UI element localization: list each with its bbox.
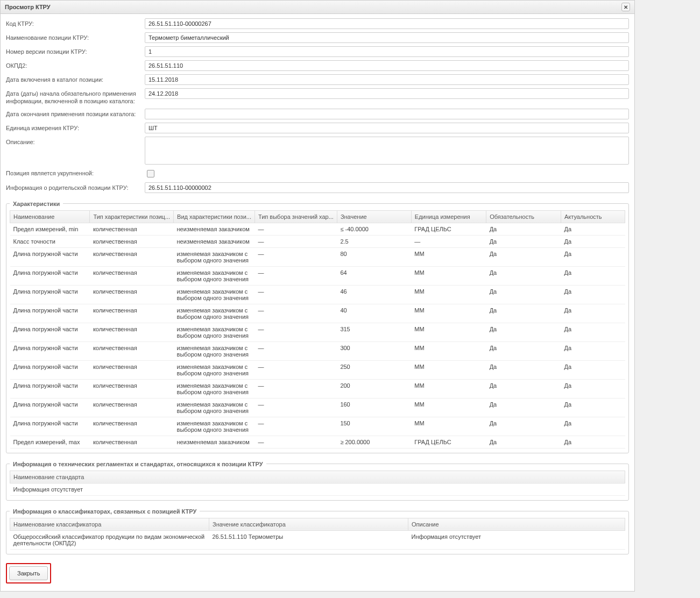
table-cell: 64 (337, 266, 411, 285)
table-cell: ММ (411, 360, 486, 379)
table-cell: 160 (337, 398, 411, 417)
table-row[interactable]: Предел измерений, maxколичественнаянеизм… (10, 436, 625, 448)
close-icon[interactable]: ✕ (621, 3, 630, 11)
table-cell: — (254, 223, 337, 235)
table-cell: количественная (90, 235, 174, 247)
table-cell: Длина погружной части (10, 417, 90, 436)
label-name: Наименование позиции КТРУ: (6, 32, 145, 42)
table-cell: Предел измерений, min (10, 223, 90, 235)
table-cell: Да (486, 235, 561, 247)
table-cell: изменяемая заказчиком с выбором одного з… (174, 304, 255, 323)
table-cell: изменяемая заказчиком с выбором одного з… (174, 398, 255, 417)
table-cell: Длина погружной части (10, 379, 90, 398)
table-cell: Да (486, 436, 561, 448)
field-unit[interactable]: ШТ (145, 123, 629, 133)
table-cell: ММ (411, 341, 486, 360)
char-header[interactable]: Значение (337, 210, 411, 223)
label-unit: Единица измерения КТРУ: (6, 123, 145, 132)
field-name[interactable]: Термометр биметаллический (145, 32, 629, 43)
table-cell: количественная (90, 285, 174, 304)
char-header[interactable]: Тип характеристики позиц... (90, 210, 174, 223)
standards-empty: Информация отсутствует (10, 483, 625, 495)
table-row[interactable]: Класс точностиколичественнаянеизменяемая… (10, 235, 625, 247)
char-header[interactable]: Актуальность (561, 210, 625, 223)
field-code[interactable]: 26.51.51.110-00000267 (145, 18, 629, 29)
field-okpd2[interactable]: 26.51.51.110 (145, 60, 629, 71)
table-cell: Да (561, 304, 625, 323)
label-include-date: Дата включения в каталог позиции: (6, 74, 145, 84)
table-row[interactable]: Длина погружной частиколичественнаяизмен… (10, 285, 625, 304)
field-end-date[interactable] (145, 109, 629, 119)
table-cell: Информация отсутствует (408, 530, 625, 549)
char-header[interactable]: Обязательность (486, 210, 561, 223)
table-cell: количественная (90, 436, 174, 448)
table-cell: Да (486, 266, 561, 285)
field-parent[interactable]: 26.51.51.110-00000002 (145, 182, 629, 193)
table-cell: количественная (90, 247, 174, 266)
table-characteristics: НаименованиеТип характеристики позиц...В… (10, 210, 625, 448)
field-description[interactable] (145, 137, 629, 165)
table-cell: ММ (411, 417, 486, 436)
table-row[interactable]: Длина погружной частиколичественнаяизмен… (10, 266, 625, 285)
char-header[interactable]: Вид характеристики пози... (174, 210, 255, 223)
field-version[interactable]: 1 (145, 46, 629, 57)
table-row[interactable]: Длина погружной частиколичественнаяизмен… (10, 360, 625, 379)
table-row[interactable]: Общероссийский классификатор продукции п… (10, 530, 625, 549)
label-mandatory-date: Дата (даты) начала обязательного примене… (6, 88, 145, 105)
table-cell: Да (486, 417, 561, 436)
table-cell: количественная (90, 323, 174, 341)
table-cell: ММ (411, 285, 486, 304)
table-cell: ГРАД ЦЕЛЬС (411, 223, 486, 235)
table-cell: Да (561, 360, 625, 379)
checkbox-enlarged[interactable] (147, 170, 154, 177)
table-cell: ММ (411, 304, 486, 323)
table-cell: изменяемая заказчиком с выбором одного з… (174, 323, 255, 341)
table-cell: — (254, 285, 337, 304)
table-row[interactable]: Длина погружной частиколичественнаяизмен… (10, 304, 625, 323)
field-mandatory-date[interactable]: 24.12.2018 (145, 88, 629, 99)
table-cell: — (254, 436, 337, 448)
table-cell: Предел измерений, max (10, 436, 90, 448)
table-row[interactable]: Длина погружной частиколичественнаяизмен… (10, 417, 625, 436)
char-header[interactable]: Наименование (10, 210, 90, 223)
classifier-header[interactable]: Описание (408, 518, 625, 530)
table-cell: Да (561, 247, 625, 266)
window-title: Просмотр КТРУ (5, 4, 51, 10)
classifier-header[interactable]: Значение классификатора (209, 518, 408, 530)
table-cell: неизменяемая заказчиком (174, 235, 255, 247)
table-cell: — (254, 417, 337, 436)
legend-characteristics: Характеристики (10, 201, 63, 207)
dialog-body: Код КТРУ: 26.51.51.110-00000267 Наименов… (1, 14, 634, 591)
table-row[interactable]: Предел измерений, minколичественнаянеизм… (10, 223, 625, 235)
close-button[interactable]: Закрыть (9, 566, 48, 580)
table-cell: Да (561, 436, 625, 448)
label-enlarged: Позиция является укрупненной: (6, 168, 145, 177)
table-cell: 80 (337, 247, 411, 266)
field-include-date[interactable]: 15.11.2018 (145, 74, 629, 85)
fieldset-characteristics: Характеристики НаименованиеТип характери… (6, 201, 629, 453)
table-row[interactable]: Длина погружной частиколичественнаяизмен… (10, 247, 625, 266)
table-cell: Да (561, 341, 625, 360)
table-row[interactable]: Длина погружной частиколичественнаяизмен… (10, 323, 625, 341)
table-cell: 26.51.51.110 Термометры (209, 530, 408, 549)
table-cell: Длина погружной части (10, 323, 90, 341)
char-header[interactable]: Тип выбора значений хар... (254, 210, 337, 223)
table-cell: Общероссийский классификатор продукции п… (10, 530, 209, 549)
table-cell: Длина погружной части (10, 304, 90, 323)
table-cell: изменяемая заказчиком с выбором одного з… (174, 379, 255, 398)
table-cell: Да (486, 398, 561, 417)
table-cell: — (254, 266, 337, 285)
table-cell: Да (561, 323, 625, 341)
char-header[interactable]: Единица измерения (411, 210, 486, 223)
table-cell: ММ (411, 398, 486, 417)
table-cell: Да (486, 285, 561, 304)
table-cell: ММ (411, 266, 486, 285)
classifier-header[interactable]: Наименование классификатора (10, 518, 209, 530)
table-row[interactable]: Длина погружной частиколичественнаяизмен… (10, 379, 625, 398)
fieldset-standards: Информация о технических регламентах и с… (6, 461, 629, 501)
table-cell: Длина погружной части (10, 341, 90, 360)
table-cell: Да (561, 285, 625, 304)
table-row[interactable]: Длина погружной частиколичественнаяизмен… (10, 341, 625, 360)
table-row[interactable]: Длина погружной частиколичественнаяизмен… (10, 398, 625, 417)
table-cell: Да (486, 247, 561, 266)
